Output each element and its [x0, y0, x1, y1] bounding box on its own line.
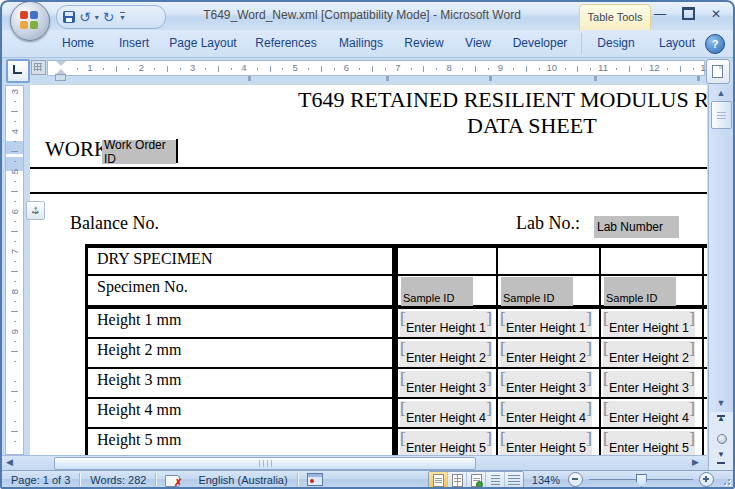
- lab-number-field[interactable]: Lab Number: [594, 216, 679, 238]
- language-indicator[interactable]: English (Australia): [189, 474, 296, 486]
- zoom-slider-thumb[interactable]: [636, 474, 647, 487]
- customize-qat-icon[interactable]: ▾: [120, 12, 124, 22]
- tab-layout[interactable]: Layout: [650, 30, 704, 57]
- select-browse-object-icon[interactable]: [717, 434, 727, 444]
- sample-id-field[interactable]: Sample ID: [401, 277, 473, 306]
- close-icon[interactable]: ✕: [711, 8, 721, 20]
- table-cell[interactable]: [704, 248, 707, 274]
- table-cell[interactable]: Enter Height 2: [498, 339, 601, 367]
- horizontal-scrollbar[interactable]: ◀ ▶: [2, 455, 707, 471]
- tab-stop-selector[interactable]: [6, 59, 30, 83]
- height-field[interactable]: Enter Height 2: [500, 341, 592, 367]
- sample-id-field[interactable]: Sample ID: [501, 277, 573, 306]
- print-layout-view-button[interactable]: [429, 472, 448, 487]
- help-icon[interactable]: ?: [705, 34, 725, 54]
- save-icon[interactable]: [63, 11, 75, 23]
- table-cell[interactable]: Enter Height 3: [498, 369, 601, 397]
- table-cell[interactable]: Enter Height 5: [601, 429, 704, 455]
- table-cell[interactable]: Enter Height 1: [601, 309, 704, 337]
- horizontal-scroll-thumb[interactable]: [54, 457, 476, 470]
- table-cell[interactable]: Sample ID: [398, 276, 498, 305]
- scroll-up-icon[interactable]: ▲: [709, 88, 733, 98]
- height-field[interactable]: Enter Height 1: [400, 311, 492, 337]
- macro-recording-icon[interactable]: [307, 473, 323, 486]
- vertical-scroll-thumb[interactable]: [711, 101, 732, 129]
- table-cell[interactable]: Enter Height 3: [398, 369, 498, 397]
- vertical-scrollbar[interactable]: ▲ ▼ ▲ ▼: [708, 85, 733, 470]
- table-column-mark[interactable]: [489, 76, 492, 81]
- left-indent-icon[interactable]: [55, 74, 66, 81]
- office-button[interactable]: [10, 1, 50, 41]
- minimize-icon[interactable]: —: [654, 8, 666, 20]
- undo-icon[interactable]: ↺: [79, 10, 91, 24]
- restore-icon[interactable]: [682, 7, 695, 20]
- height-field[interactable]: Enter Height 3: [603, 371, 695, 397]
- first-line-indent-icon[interactable]: [56, 61, 66, 66]
- table-cell[interactable]: [704, 399, 707, 427]
- table-cell[interactable]: Sample ID: [601, 276, 704, 305]
- tab-home[interactable]: Home: [52, 30, 104, 57]
- table-cell[interactable]: Enter Height 2: [398, 339, 498, 367]
- height-field[interactable]: Enter Height 5: [400, 431, 492, 455]
- table-move-handle[interactable]: ↔ ↕: [26, 201, 45, 220]
- height-field[interactable]: Enter Height 5: [500, 431, 592, 455]
- tab-page-layout[interactable]: Page Layout: [162, 30, 244, 57]
- table-cell[interactable]: Sample ID: [498, 276, 601, 305]
- tab-review[interactable]: Review: [396, 30, 452, 57]
- tab-view[interactable]: View: [454, 30, 502, 57]
- height-field[interactable]: Enter Height 3: [500, 371, 592, 397]
- scroll-left-icon[interactable]: ◀: [6, 457, 13, 467]
- table-cell[interactable]: Enter Height 4: [498, 399, 601, 427]
- sample-id-field[interactable]: Sample ID: [604, 277, 676, 306]
- resize-grip[interactable]: [718, 473, 731, 486]
- view-ruler-toggle-button[interactable]: [706, 59, 730, 84]
- outline-view-button[interactable]: [486, 472, 505, 487]
- zoom-in-icon[interactable]: [699, 472, 714, 487]
- proofing-errors-icon[interactable]: ✗: [165, 474, 181, 486]
- tab-design[interactable]: Design: [586, 30, 646, 57]
- draft-view-button[interactable]: [505, 472, 523, 487]
- table-cell[interactable]: [398, 248, 498, 274]
- tab-insert[interactable]: Insert: [108, 30, 160, 57]
- height-field[interactable]: Enter Height 5: [603, 431, 695, 455]
- table-column-mark[interactable]: [594, 76, 597, 81]
- tab-mailings[interactable]: Mailings: [330, 30, 392, 57]
- undo-dropdown-icon[interactable]: ▾: [95, 13, 99, 22]
- table-cell[interactable]: [601, 248, 704, 274]
- height-field[interactable]: Enter Height 1: [500, 311, 592, 337]
- redo-icon[interactable]: ↻: [103, 10, 115, 24]
- scroll-down-icon[interactable]: ▼: [709, 398, 733, 408]
- height-field[interactable]: Enter Height 1: [603, 311, 695, 337]
- scroll-right-icon[interactable]: ▶: [692, 457, 699, 467]
- web-layout-view-button[interactable]: [467, 472, 486, 487]
- zoom-slider[interactable]: [589, 473, 693, 486]
- table-cell[interactable]: [704, 369, 707, 397]
- work-order-field[interactable]: Work Order ID: [102, 140, 176, 164]
- table-cell[interactable]: [704, 339, 707, 367]
- previous-page-icon[interactable]: ▲: [713, 414, 729, 428]
- next-page-icon[interactable]: ▼: [713, 450, 729, 464]
- table-column-mark[interactable]: [386, 76, 389, 81]
- table-cell[interactable]: Enter Height 2: [601, 339, 704, 367]
- table-cell[interactable]: Enter Height 4: [398, 399, 498, 427]
- table-cell[interactable]: [704, 429, 707, 455]
- tab-references[interactable]: References: [248, 30, 324, 57]
- word-count[interactable]: Words: 282: [81, 474, 155, 486]
- zoom-level[interactable]: 134%: [524, 474, 568, 486]
- table-cell[interactable]: Enter Height 3: [601, 369, 704, 397]
- table-column-mark[interactable]: [697, 76, 700, 81]
- table-cell[interactable]: [704, 276, 707, 305]
- height-field[interactable]: Enter Height 3: [400, 371, 492, 397]
- table-cell[interactable]: Enter Height 4: [601, 399, 704, 427]
- full-screen-reading-view-button[interactable]: [448, 472, 467, 487]
- height-field[interactable]: Enter Height 4: [500, 401, 592, 427]
- height-field[interactable]: Enter Height 4: [603, 401, 695, 427]
- table-cell[interactable]: [498, 248, 601, 274]
- table-cell[interactable]: Enter Height 5: [498, 429, 601, 455]
- height-field[interactable]: Enter Height 2: [400, 341, 492, 367]
- page-indicator[interactable]: Page: 1 of 3: [2, 474, 79, 486]
- height-field[interactable]: Enter Height 2: [603, 341, 695, 367]
- table-cell[interactable]: Enter Height 1: [498, 309, 601, 337]
- height-field[interactable]: Enter Height 4: [400, 401, 492, 427]
- table-cell[interactable]: Enter Height 5: [398, 429, 498, 455]
